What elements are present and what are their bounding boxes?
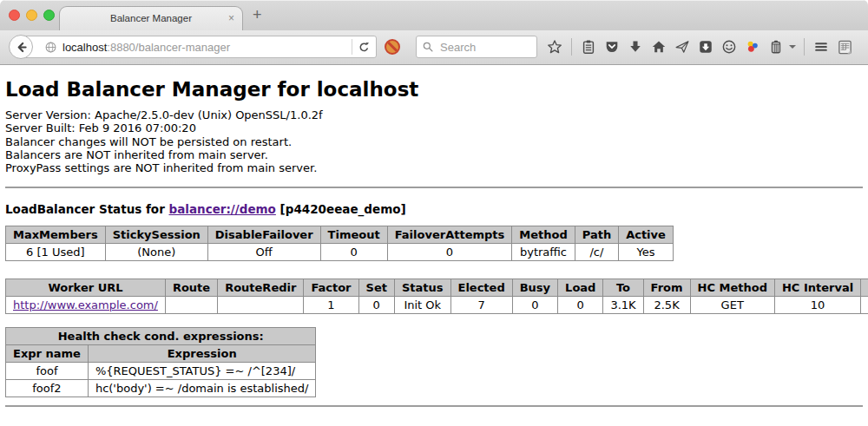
page-title: Load Balancer Manager for localhost: [5, 78, 863, 101]
page-content: Load Balancer Manager for localhost Serv…: [0, 78, 868, 407]
site-identity-globe-icon[interactable]: [44, 41, 57, 54]
table-header-cell: DisableFailover: [207, 226, 320, 244]
table-header-cell: From: [643, 279, 690, 297]
flash-block-icon[interactable]: [385, 39, 400, 55]
table-header-cell: Passes: [861, 279, 868, 297]
table-header-cell: Load: [558, 279, 603, 297]
table-cell: 3.1K: [603, 297, 643, 314]
table-header-cell: Status: [394, 279, 450, 297]
tab-balancer-manager[interactable]: Balancer Manager ×: [59, 6, 243, 30]
table-header-cell: Set: [358, 279, 394, 297]
table-header-cell: StickySession: [105, 226, 207, 244]
table-cell: 0: [512, 297, 557, 314]
loadbalancer-status-heading: LoadBalancer Status for balancer://demo …: [5, 202, 863, 216]
reload-icon[interactable]: [358, 41, 371, 54]
expression-cell: hc('body') =~ /domain is established/: [88, 380, 316, 397]
table-header-cell: Busy: [512, 279, 557, 297]
table-cell: 2.5K: [643, 297, 690, 314]
table-header-cell: Factor: [304, 279, 358, 297]
send-plane-icon[interactable]: [674, 38, 691, 56]
url-bar[interactable]: localhost:8880/balancer-manager: [21, 36, 377, 58]
smiley-icon[interactable]: [720, 38, 738, 56]
server-built-line: Server Built: Feb 9 2016 07:00:20: [5, 121, 863, 134]
table-cell: Init Ok: [394, 297, 450, 314]
table-header-cell: Expression: [88, 345, 316, 363]
close-window-button[interactable]: [9, 10, 20, 21]
search-box[interactable]: [416, 36, 537, 58]
table-cell: 1 (0): [861, 297, 868, 314]
colored-dots-addon-icon[interactable]: [744, 38, 761, 56]
table-header-cell: Expr name: [6, 345, 89, 363]
home-icon[interactable]: [650, 38, 667, 56]
table-header-cell: Timeout: [320, 226, 387, 244]
table-cell: 10: [774, 297, 860, 314]
navigation-toolbar: localhost:8880/balancer-manager: [0, 30, 868, 65]
worker-row: http://www.example.com/ 1 0 Init Ok 7 0 …: [6, 297, 868, 314]
url-text[interactable]: localhost:8880/balancer-manager: [62, 41, 346, 54]
url-path: :8880/balancer-manager: [107, 41, 230, 54]
table-header-cell: Worker URL: [6, 279, 166, 297]
table-title-row: Health check cond. expressions:: [6, 328, 316, 345]
table-header-cell: HC Method: [690, 279, 774, 297]
extension-page-icon[interactable]: [836, 38, 853, 56]
table-cell: 0: [320, 244, 387, 261]
clipboard-icon[interactable]: [580, 38, 597, 56]
back-arrow-icon: [15, 41, 28, 54]
expr-name-cell: foof: [6, 363, 89, 380]
health-table-title: Health check cond. expressions:: [6, 328, 316, 345]
bookmark-star-icon[interactable]: [546, 38, 563, 56]
health-check-table: Health check cond. expressions: Expr nam…: [5, 327, 316, 397]
table-cell: [165, 297, 217, 314]
table-header-row: Worker URL Route RouteRedir Factor Set S…: [6, 279, 868, 297]
table-header-cell: Elected: [450, 279, 512, 297]
table-row: 6 [1 Used] (None) Off 0 0 bytraffic /c/ …: [6, 244, 674, 261]
persist-notice-line: Balancer changes will NOT be persisted o…: [5, 135, 863, 148]
balancer-demo-link[interactable]: balancer://demo: [169, 202, 276, 216]
battery-container-icon[interactable]: [767, 38, 785, 56]
table-cell: 0: [558, 297, 603, 314]
heading-suffix: [p4420eeae_demo]: [276, 202, 406, 216]
table-cell: 6 [1 Used]: [6, 244, 106, 261]
expr-name-cell: foof2: [6, 380, 89, 397]
minimize-window-button[interactable]: [26, 10, 37, 21]
toolbar-separator: [804, 38, 805, 56]
table-cell: Yes: [619, 244, 674, 261]
new-tab-button[interactable]: +: [253, 3, 262, 27]
downloads-icon[interactable]: [627, 38, 644, 56]
menu-icon[interactable]: [812, 38, 830, 56]
video-download-icon[interactable]: [697, 38, 714, 56]
search-icon: [422, 41, 434, 53]
expression-cell: %{REQUEST_STATUS} =~ /^[234]/: [88, 363, 316, 380]
table-cell: Off: [207, 244, 320, 261]
table-cell: GET: [690, 297, 774, 314]
zoom-window-button[interactable]: [43, 10, 55, 21]
table-cell: [218, 297, 304, 314]
heading-prefix: LoadBalancer Status for: [5, 202, 169, 216]
pocket-icon[interactable]: [603, 38, 621, 56]
tab-title: Balancer Manager: [60, 7, 242, 29]
toolbar-icons: [546, 35, 853, 59]
bottom-divider: [5, 405, 863, 407]
table-header-row: MaxMembers StickySession DisableFailover…: [6, 226, 674, 244]
back-button[interactable]: [9, 35, 33, 59]
table-header-cell: Active: [619, 226, 674, 244]
section-divider: [5, 187, 863, 188]
table-header-cell: HC Interval: [774, 279, 860, 297]
url-domain: localhost: [62, 41, 107, 54]
balancer-settings-table: MaxMembers StickySession DisableFailover…: [5, 226, 674, 261]
balancers-notice-line: Balancers are NOT inherited from main se…: [5, 148, 863, 161]
toolbar-separator: [571, 38, 572, 56]
browser-window: Balancer Manager × + localhost:8880/bala…: [0, 0, 868, 426]
table-header-cell: MaxMembers: [6, 226, 106, 244]
table-row: foof2 hc('body') =~ /domain is establish…: [6, 380, 316, 397]
tab-close-icon[interactable]: ×: [228, 7, 234, 29]
table-cell: 1: [304, 297, 358, 314]
worker-status-table: Worker URL Route RouteRedir Factor Set S…: [5, 279, 868, 314]
dropdown-caret-icon[interactable]: [789, 45, 796, 49]
table-cell: (None): [105, 244, 207, 261]
proxypass-notice-line: ProxyPass settings are NOT inherited fro…: [5, 161, 863, 174]
table-header-cell: To: [603, 279, 643, 297]
table-header-cell: Method: [512, 226, 575, 244]
search-input[interactable]: [438, 40, 531, 55]
worker-url-link[interactable]: http://www.example.com/: [13, 298, 158, 311]
